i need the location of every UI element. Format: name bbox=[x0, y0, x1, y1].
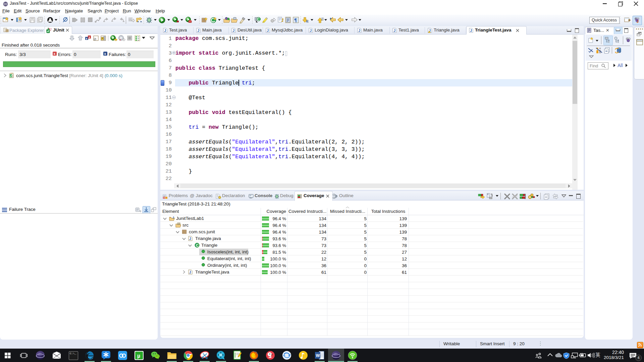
svg-text:x: x bbox=[89, 36, 90, 39]
svg-text:µ: µ bbox=[137, 353, 140, 359]
svg-text:¶: ¶ bbox=[294, 17, 297, 23]
svg-text:C: C bbox=[196, 243, 199, 247]
svg-text:J: J bbox=[637, 19, 639, 23]
svg-text:W: W bbox=[316, 353, 320, 358]
svg-text:x: x bbox=[86, 37, 88, 40]
svg-text:J: J bbox=[164, 29, 166, 33]
svg-text:J: J bbox=[310, 29, 312, 33]
svg-text:x: x bbox=[104, 52, 106, 56]
svg-text:J: J bbox=[470, 29, 472, 33]
svg-text:J: J bbox=[198, 29, 200, 33]
svg-text:J: J bbox=[172, 216, 174, 219]
svg-text:J: J bbox=[394, 29, 396, 33]
svg-text:J: J bbox=[267, 29, 269, 33]
svg-text:x: x bbox=[54, 52, 56, 56]
svg-text:x: x bbox=[163, 196, 165, 199]
svg-text:J: J bbox=[233, 29, 235, 33]
svg-text:J: J bbox=[189, 270, 191, 274]
svg-text:J: J bbox=[359, 29, 361, 33]
svg-text:J: J bbox=[189, 237, 191, 241]
svg-text:x: x bbox=[119, 38, 121, 41]
